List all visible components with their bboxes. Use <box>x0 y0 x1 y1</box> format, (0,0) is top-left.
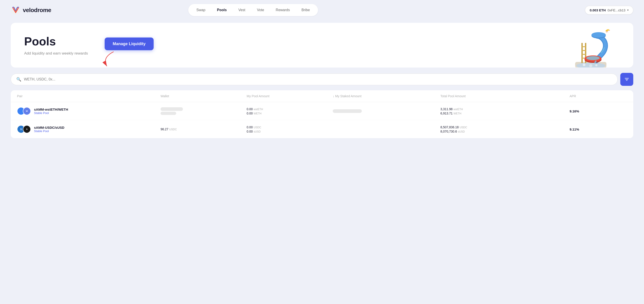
hero-subtitle: Add liquidity and earn weekly rewards <box>24 51 620 56</box>
svg-rect-9 <box>582 54 586 55</box>
filter-icon <box>624 77 629 82</box>
svg-rect-7 <box>582 46 586 47</box>
manage-liquidity-button[interactable]: Manage Liquidity <box>105 38 154 50</box>
total-2a: 8,507,836.18 USDC <box>440 126 570 129</box>
pair-info: sAMM-wstETH/WETH Stable Pool <box>34 108 68 115</box>
search-input[interactable] <box>24 77 612 81</box>
logo: velodrome <box>11 5 51 15</box>
logo-icon <box>11 5 20 15</box>
pair-name: sAMM-wstETH/WETH <box>34 108 68 111</box>
pair-icons-2: $ S <box>17 125 31 133</box>
total-cell-2: 8,507,836.18 USDC 8,070,730.6 sUSD <box>440 126 570 133</box>
wallet-cell-1 <box>160 107 247 115</box>
col-apr: APR <box>570 94 627 98</box>
col-total-pool: Total Pool Amount <box>440 94 570 98</box>
pair-info-2: sAMM-USDC/sUSD Stable Pool <box>34 126 64 133</box>
pool-amount-cell-1: 0.00 wstETH 0.00 WETH <box>247 107 333 115</box>
total-1b: 6,913.71 WETH <box>440 112 570 115</box>
pair-cell-2: $ S sAMM-USDC/sUSD Stable Pool <box>17 125 160 133</box>
skeleton-wallet <box>160 107 183 111</box>
pool-amount-cell-2: 0.00 USDC 0.00 sUSD <box>247 126 333 133</box>
col-pair: Pair <box>17 94 160 98</box>
skeleton-staked <box>333 109 362 113</box>
table-header: Pair Wallet My Pool Amount ↓ My Staked A… <box>11 90 633 102</box>
wallet-button[interactable]: 0.003 ETH 0xFE...cb13 ▾ <box>585 6 633 14</box>
svg-point-18 <box>589 64 592 67</box>
pool-amount-1b: 0.00 WETH <box>247 112 333 115</box>
apr-cell-2: 9.11% <box>570 128 627 131</box>
main-nav: Swap Pools Vest Vote Rewards Bribe <box>188 4 318 16</box>
col-wallet: Wallet <box>160 94 247 98</box>
pair-icons: W <box>17 107 31 115</box>
logo-text: velodrome <box>23 7 51 14</box>
manage-btn-area: Manage Liquidity <box>105 38 154 50</box>
pair-name-2: sAMM-USDC/sUSD <box>34 126 64 130</box>
pool-amount-2b: 0.00 sUSD <box>247 130 333 133</box>
pair-type-2: Stable Pool <box>34 130 64 133</box>
skeleton-wallet-2 <box>160 112 176 115</box>
apr-cell-1: 9.16% <box>570 109 627 113</box>
search-area: 🔍 <box>11 73 633 86</box>
svg-point-17 <box>595 64 598 66</box>
nav-rewards[interactable]: Rewards <box>270 6 295 14</box>
hero-section: Pools Add liquidity and earn weekly rewa… <box>11 23 633 68</box>
pair-type: Stable Pool <box>34 111 68 115</box>
total-cell-1: 3,311.98 wstETH 6,913.71 WETH <box>440 107 570 115</box>
wallet-eth-amount: 0.003 ETH <box>590 8 606 12</box>
wallet-cell-2: 96.27 USDC <box>160 128 247 131</box>
svg-point-15 <box>586 56 600 60</box>
wallet-amount-2: 96.27 USDC <box>160 128 247 131</box>
col-pool-amount: My Pool Amount <box>247 94 333 98</box>
pool-amount-1a: 0.00 wstETH <box>247 107 333 111</box>
fountain-illustration <box>562 25 620 68</box>
svg-point-16 <box>583 64 586 66</box>
token2-icon: W <box>23 107 31 115</box>
nav-vote[interactable]: Vote <box>252 6 270 14</box>
search-icon: 🔍 <box>16 77 21 82</box>
table-row[interactable]: $ S sAMM-USDC/sUSD Stable Pool 96.27 USD… <box>11 120 633 138</box>
nav-swap[interactable]: Swap <box>191 6 211 14</box>
header: velodrome Swap Pools Vest Vote Rewards B… <box>0 0 644 20</box>
nav-bribe[interactable]: Bribe <box>296 6 315 14</box>
pair-cell: W sAMM-wstETH/WETH Stable Pool <box>17 107 160 115</box>
token2-icon-2: S <box>23 125 31 133</box>
pool-amount-2a: 0.00 USDC <box>247 126 333 129</box>
filter-button[interactable] <box>620 73 633 86</box>
svg-point-12 <box>592 32 606 38</box>
total-2b: 8,070,730.6 sUSD <box>440 130 570 133</box>
search-wrapper: 🔍 <box>11 74 618 85</box>
col-staked-amount: ↓ My Staked Amount <box>333 94 440 98</box>
nav-vest[interactable]: Vest <box>233 6 251 14</box>
staked-cell-1 <box>333 109 440 113</box>
chevron-down-icon: ▾ <box>627 8 628 12</box>
total-1a: 3,311.98 wstETH <box>440 107 570 111</box>
svg-rect-5 <box>582 43 583 63</box>
table-row[interactable]: W sAMM-wstETH/WETH Stable Pool 0.00 wstE… <box>11 102 633 120</box>
nav-pools[interactable]: Pools <box>212 6 232 14</box>
wallet-address: 0xFE...cb13 <box>608 8 626 12</box>
svg-point-0 <box>11 6 20 14</box>
pools-table: Pair Wallet My Pool Amount ↓ My Staked A… <box>11 90 633 138</box>
svg-rect-8 <box>582 50 586 51</box>
